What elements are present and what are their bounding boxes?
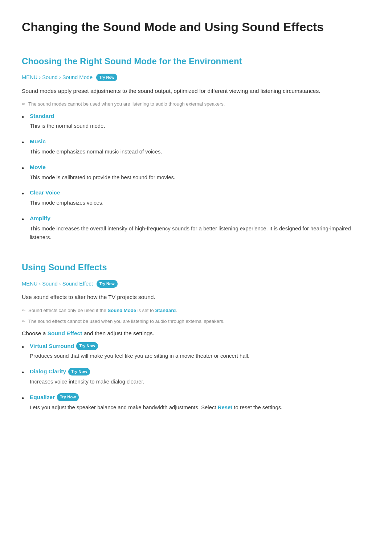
item-description: This mode emphasizes voices. — [30, 199, 370, 208]
bullet-dot: • — [22, 112, 30, 122]
choose-effect-text: Choose a Sound Effect and then adjust th… — [22, 329, 370, 338]
note-external-speakers: ✏The sound effects cannot be used when y… — [22, 318, 370, 325]
note-text: The sound modes cannot be used when you … — [28, 100, 225, 108]
list-item: •MusicThis mode emphasizes normal music … — [22, 137, 370, 156]
page-title: Changing the Sound Mode and Using Sound … — [22, 17, 370, 37]
bullet-label: Clear Voice — [30, 188, 370, 197]
item-description: This is the normal sound mode. — [30, 122, 370, 131]
breadcrumb-item-2[interactable]: Sound Mode — [62, 73, 93, 82]
bullet-dot: • — [22, 214, 30, 225]
breadcrumb-item-0[interactable]: MENU — [22, 73, 37, 82]
breadcrumb-separator: › — [39, 280, 41, 288]
bullet-dot: • — [22, 138, 30, 148]
bullet-content: Clear VoiceThis mode emphasizes voices. — [30, 188, 370, 208]
list-item: •EqualizerTry NowLets you adjust the spe… — [22, 393, 370, 412]
bullet-content: Virtual SurroundTry NowProduces sound th… — [30, 342, 370, 361]
list-item: •MovieThis mode is calibrated to provide… — [22, 163, 370, 182]
section-body-text: Sound modes apply preset adjustments to … — [22, 86, 370, 96]
bullet-label: Movie — [30, 163, 370, 172]
try-now-badge[interactable]: Try Now — [68, 368, 90, 376]
breadcrumb-separator: › — [59, 280, 61, 288]
bullet-label: Standard — [30, 112, 370, 121]
note-0: ✏The sound modes cannot be used when you… — [22, 100, 370, 108]
bullet-dot: • — [22, 189, 30, 199]
note-text-inline: Sound effects can only be used if the So… — [28, 307, 177, 314]
try-now-badge[interactable]: Try Now — [76, 342, 98, 350]
pencil-icon: ✏ — [22, 318, 25, 325]
breadcrumb: MENU › Sound › Sound ModeTry Now — [22, 73, 370, 82]
bullet-label: Amplify — [30, 214, 370, 223]
list-item: •StandardThis is the normal sound mode. — [22, 112, 370, 131]
note-text: The sound effects cannot be used when yo… — [28, 318, 225, 325]
list-item: •Clear VoiceThis mode emphasizes voices. — [22, 188, 370, 208]
bullet-content: AmplifyThis mode increases the overall i… — [30, 214, 370, 242]
bullet-label: Virtual SurroundTry Now — [30, 342, 370, 351]
item-label[interactable]: Movie — [30, 163, 46, 172]
sound-effects-list: •Virtual SurroundTry NowProduces sound t… — [22, 342, 370, 412]
section-sound-effects: Using Sound EffectsMENU › Sound › Sound … — [22, 260, 370, 412]
pencil-icon: ✏ — [22, 101, 25, 108]
list-item: •Virtual SurroundTry NowProduces sound t… — [22, 342, 370, 361]
bullet-dot: • — [22, 163, 30, 173]
section-heading-sound-mode: Choosing the Right Sound Mode for the En… — [22, 54, 370, 68]
list-item: •AmplifyThis mode increases the overall … — [22, 214, 370, 242]
section-heading-sound-effects: Using Sound Effects — [22, 260, 370, 274]
bullet-dot: • — [22, 368, 30, 378]
bullet-dot: • — [22, 342, 30, 352]
item-label[interactable]: Virtual Surround — [30, 342, 74, 351]
bullet-label: Dialog ClarityTry Now — [30, 367, 370, 376]
bullet-content: MovieThis mode is calibrated to provide … — [30, 163, 370, 182]
breadcrumb-item-1[interactable]: Sound — [42, 280, 58, 288]
bullet-content: Dialog ClarityTry NowIncreases voice int… — [30, 367, 370, 386]
bullet-label: EqualizerTry Now — [30, 393, 370, 402]
breadcrumb: MENU › Sound › Sound EffectTry Now — [22, 280, 370, 288]
bullet-content: MusicThis mode emphasizes normal music i… — [30, 137, 370, 156]
pencil-icon: ✏ — [22, 307, 25, 314]
breadcrumb-separator: › — [39, 73, 41, 82]
try-now-badge[interactable]: Try Now — [97, 280, 118, 288]
try-now-badge[interactable]: Try Now — [57, 393, 79, 401]
item-description: This mode is calibrated to provide the b… — [30, 173, 370, 182]
note-sound-mode-standard: ✏Sound effects can only be used if the S… — [22, 307, 370, 314]
item-label[interactable]: Clear Voice — [30, 188, 60, 197]
item-label[interactable]: Dialog Clarity — [30, 367, 66, 376]
try-now-badge[interactable]: Try Now — [96, 74, 117, 81]
item-label[interactable]: Music — [30, 137, 46, 146]
breadcrumb-item-1[interactable]: Sound — [42, 73, 58, 82]
item-label[interactable]: Equalizer — [30, 393, 55, 402]
breadcrumb-separator: › — [59, 73, 61, 82]
item-description: This mode increases the overall intensit… — [30, 225, 370, 242]
item-label[interactable]: Amplify — [30, 214, 50, 223]
item-description: Lets you adjust the speaker balance and … — [30, 403, 370, 412]
item-description: This mode emphasizes normal music instea… — [30, 148, 370, 156]
bullet-content: EqualizerTry NowLets you adjust the spea… — [30, 393, 370, 412]
sound-mode-list: •StandardThis is the normal sound mode.•… — [22, 112, 370, 242]
section-body-text: Use sound effects to alter how the TV pr… — [22, 292, 370, 302]
item-label[interactable]: Standard — [30, 112, 54, 121]
bullet-label: Music — [30, 137, 370, 146]
breadcrumb-item-2[interactable]: Sound Effect — [62, 280, 93, 288]
item-description: Produces sound that will make you feel l… — [30, 352, 370, 361]
item-description: Increases voice intensity to make dialog… — [30, 378, 370, 386]
bullet-content: StandardThis is the normal sound mode. — [30, 112, 370, 131]
bullet-dot: • — [22, 393, 30, 403]
list-item: •Dialog ClarityTry NowIncreases voice in… — [22, 367, 370, 386]
section-sound-mode: Choosing the Right Sound Mode for the En… — [22, 54, 370, 242]
breadcrumb-item-0[interactable]: MENU — [22, 280, 37, 288]
